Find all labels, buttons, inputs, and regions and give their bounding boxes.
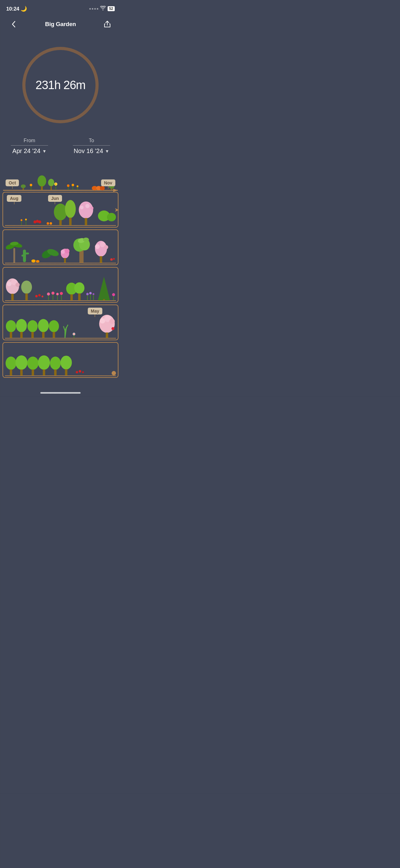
svg-point-32: [38, 220, 41, 223]
svg-rect-113: [31, 332, 34, 338]
svg-point-43: [107, 213, 116, 221]
top-row-plants: [2, 164, 119, 192]
nav-header: Big Garden: [0, 16, 121, 35]
svg-rect-139: [65, 369, 68, 375]
svg-point-128: [6, 357, 16, 370]
svg-point-35: [65, 200, 76, 218]
svg-point-41: [91, 207, 94, 210]
svg-point-132: [27, 357, 39, 370]
moon-icon: 🌙: [21, 6, 27, 12]
time-text: 10:24: [6, 6, 19, 12]
svg-rect-109: [10, 332, 12, 338]
svg-rect-96: [78, 293, 80, 300]
svg-point-140: [76, 371, 78, 373]
svg-rect-76: [11, 294, 14, 300]
status-icons: 52: [89, 6, 115, 11]
svg-point-141: [79, 370, 81, 373]
from-chevron-icon: ▼: [42, 149, 46, 154]
svg-rect-111: [20, 332, 23, 338]
svg-point-110: [16, 319, 27, 333]
battery-level: 52: [109, 6, 113, 11]
may-label: May: [88, 308, 102, 314]
to-date-value: Nov 16 '24: [74, 148, 103, 155]
svg-point-14: [76, 185, 78, 187]
date-range: From Apr 24 '24 ▼ To Nov 16 '24 ▼: [0, 138, 121, 164]
svg-marker-103: [98, 277, 110, 300]
svg-point-91: [60, 292, 63, 295]
svg-point-10: [67, 184, 69, 187]
svg-rect-137: [54, 369, 57, 375]
svg-rect-22: [41, 186, 43, 190]
svg-point-112: [28, 320, 38, 332]
to-date-button[interactable]: Nov 16 '24 ▼: [74, 148, 109, 155]
svg-point-85: [47, 292, 50, 296]
svg-rect-131: [20, 369, 23, 375]
status-bar: 10:24 🌙 52: [0, 0, 121, 16]
svg-point-119: [73, 333, 75, 335]
svg-point-60: [65, 249, 69, 253]
aug-sign: Aug: [7, 195, 22, 202]
shelf-3: [2, 267, 119, 303]
svg-point-142: [82, 371, 84, 373]
svg-point-59: [61, 250, 65, 254]
from-date-value: Apr 24 '24: [12, 148, 41, 155]
shelf-3-plants: [5, 270, 116, 303]
svg-point-44: [46, 222, 49, 225]
page-title: Big Garden: [45, 21, 76, 28]
svg-point-126: [111, 327, 114, 330]
svg-point-33: [54, 204, 67, 220]
oct-month-sign: Oct: [6, 180, 19, 186]
svg-point-138: [61, 356, 72, 370]
shelf-2-plants: [5, 232, 116, 265]
timeline-end-dot: [112, 371, 116, 375]
svg-point-105: [112, 293, 115, 296]
timer-section: 231h 26m: [0, 35, 121, 138]
svg-rect-133: [32, 369, 34, 375]
svg-point-134: [38, 355, 50, 370]
svg-rect-115: [42, 332, 45, 338]
svg-point-87: [52, 291, 55, 294]
shelf-2: [2, 229, 119, 265]
wifi-icon: [100, 6, 106, 11]
svg-point-95: [74, 282, 85, 294]
svg-point-54: [31, 259, 36, 262]
to-chevron-icon: ▼: [105, 149, 109, 154]
signal-icon: [89, 8, 98, 10]
svg-point-28: [25, 219, 27, 220]
svg-point-125: [109, 319, 115, 324]
jun-label: Jun: [48, 195, 62, 202]
home-indicator: [0, 386, 121, 397]
status-time: 10:24 🌙: [6, 6, 27, 12]
svg-rect-117: [53, 332, 55, 338]
back-button[interactable]: [7, 18, 20, 30]
timer-display: 231h 26m: [35, 79, 85, 92]
svg-rect-61: [64, 258, 66, 262]
to-underline: [73, 145, 110, 146]
shelf-1: Aug Jun: [2, 192, 119, 227]
share-button[interactable]: [101, 18, 113, 30]
svg-point-71: [104, 245, 108, 249]
svg-rect-81: [26, 293, 28, 300]
svg-rect-94: [70, 294, 73, 300]
svg-point-3: [21, 184, 26, 188]
svg-point-73: [113, 258, 115, 260]
svg-point-89: [56, 293, 59, 295]
nov-month-sign: Nov: [101, 180, 115, 186]
svg-point-8: [55, 183, 57, 185]
garden-section: Oct Nov: [0, 164, 121, 386]
shelf-4: May: [2, 305, 119, 340]
svg-rect-122: [106, 333, 108, 338]
svg-point-82: [35, 295, 38, 298]
svg-point-130: [15, 355, 28, 370]
svg-point-101: [93, 293, 95, 295]
nov-label: Nov: [101, 180, 115, 186]
svg-rect-47: [13, 248, 15, 263]
shelf-5: [2, 342, 119, 378]
from-date-button[interactable]: Apr 24 '24 ▼: [12, 148, 46, 155]
svg-point-26: [21, 219, 22, 221]
svg-point-23: [48, 179, 54, 186]
svg-rect-36: [69, 218, 72, 225]
svg-point-80: [21, 281, 32, 294]
svg-rect-20: [111, 188, 112, 190]
svg-point-45: [49, 222, 52, 225]
